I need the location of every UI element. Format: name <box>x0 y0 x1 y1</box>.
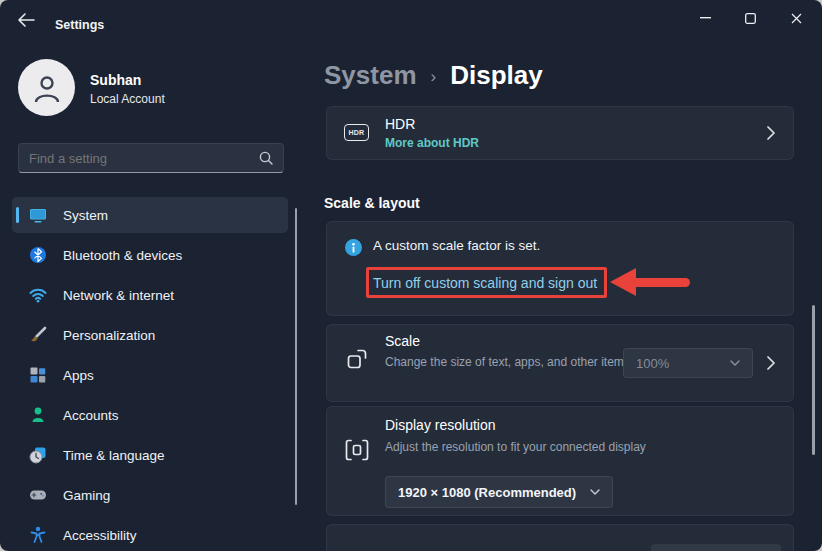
sidebar-item-bluetooth-devices[interactable]: Bluetooth & devices <box>12 237 288 273</box>
gamepad-icon <box>29 486 47 504</box>
minimize-button[interactable] <box>688 8 722 28</box>
hdr-card-title: HDR <box>385 116 415 132</box>
resolution-dropdown-value: 1920 × 1080 (Recommended) <box>398 485 576 500</box>
maximize-button[interactable] <box>733 8 767 28</box>
more-about-hdr-link[interactable]: More about HDR <box>385 136 479 150</box>
hdr-badge-icon: HDR <box>344 124 369 141</box>
sidebar-item-apps[interactable]: Apps <box>12 357 288 393</box>
maximize-icon <box>745 13 756 24</box>
sidebar-item-label: Network & internet <box>63 288 174 303</box>
sidebar-item-time-language[interactable]: Time & language <box>12 437 288 473</box>
sidebar-item-label: Time & language <box>63 448 165 463</box>
search-icon <box>259 151 273 165</box>
close-icon <box>791 13 802 24</box>
user-name: Subhan <box>90 72 141 88</box>
back-arrow-icon <box>17 13 35 27</box>
display-resolution-card: Display resolution Adjust the resolution… <box>326 406 794 516</box>
annotation-arrow <box>610 267 690 297</box>
scale-icon <box>345 347 369 371</box>
chevron-right-icon <box>767 126 775 140</box>
custom-scale-message: A custom scale factor is set. <box>373 238 540 253</box>
minimize-icon <box>700 17 711 19</box>
bluetooth-icon <box>29 246 47 264</box>
breadcrumb-parent[interactable]: System <box>324 60 417 91</box>
hdr-card[interactable]: HDR HDR More about HDR <box>326 106 794 160</box>
scale-card[interactable]: Scale Change the size of text, apps, and… <box>326 324 794 402</box>
monitor-icon <box>29 206 47 224</box>
sidebar-item-accessibility[interactable]: Accessibility <box>12 517 288 551</box>
person-icon <box>29 406 47 424</box>
info-icon <box>345 239 362 256</box>
sidebar-item-personalization[interactable]: Personalization <box>12 317 288 353</box>
chevron-right-icon <box>767 356 775 370</box>
apps-icon <box>29 366 47 384</box>
sidebar-item-label: Accounts <box>63 408 119 423</box>
section-title: Scale & layout <box>324 195 420 211</box>
sidebar-item-system[interactable]: System <box>12 197 288 233</box>
settings-window: Settings Subhan Local Account <box>0 0 822 551</box>
search-box[interactable] <box>18 143 284 173</box>
scale-dropdown[interactable]: 100% <box>623 348 753 378</box>
chevron-down-icon <box>590 489 600 495</box>
selected-indicator <box>16 207 19 223</box>
sidebar-item-label: Apps <box>63 368 94 383</box>
titlebar: Settings <box>0 0 822 36</box>
next-card-partial <box>326 524 794 551</box>
avatar[interactable] <box>18 59 75 116</box>
sidebar-nav: System Bluetooth & devices Network & int… <box>12 197 288 551</box>
accessibility-icon <box>29 526 47 544</box>
custom-scale-card: A custom scale factor is set. Turn off c… <box>326 221 794 316</box>
close-button[interactable] <box>779 8 813 28</box>
sidebar-item-label: Bluetooth & devices <box>63 248 182 263</box>
scale-dropdown-value: 100% <box>636 356 669 371</box>
back-button[interactable] <box>17 13 35 27</box>
main-scrollbar[interactable] <box>812 305 815 455</box>
user-icon <box>30 71 64 105</box>
sidebar-item-label: System <box>63 208 108 223</box>
resolution-card-description: Adjust the resolution to fit your connec… <box>385 438 715 456</box>
turn-off-custom-scaling-link[interactable]: Turn off custom scaling and sign out <box>373 275 597 291</box>
sidebar-item-label: Accessibility <box>63 528 137 543</box>
scale-card-title: Scale <box>385 333 420 349</box>
clock-icon <box>29 446 47 464</box>
sidebar-item-label: Gaming <box>63 488 110 503</box>
resolution-dropdown[interactable]: 1920 × 1080 (Recommended) <box>385 476 613 508</box>
app-title: Settings <box>55 18 104 32</box>
wifi-icon <box>29 286 47 304</box>
sidebar-item-label: Personalization <box>63 328 155 343</box>
user-account-type: Local Account <box>90 92 165 106</box>
brush-icon <box>29 326 47 344</box>
sidebar-scrollbar[interactable] <box>295 208 297 505</box>
resolution-icon <box>345 439 369 461</box>
arrow-tail <box>636 278 690 287</box>
resolution-card-title: Display resolution <box>385 417 496 433</box>
arrow-head <box>610 268 636 296</box>
search-input[interactable] <box>19 151 259 166</box>
breadcrumb: System › Display <box>324 60 543 91</box>
sidebar-item-network-internet[interactable]: Network & internet <box>12 277 288 313</box>
scale-card-description: Change the size of text, apps, and other… <box>385 353 635 371</box>
sidebar-item-gaming[interactable]: Gaming <box>12 477 288 513</box>
sidebar-item-accounts[interactable]: Accounts <box>12 397 288 433</box>
partial-dropdown[interactable] <box>651 544 781 551</box>
page-title: Display <box>450 60 543 91</box>
chevron-down-icon <box>730 360 740 366</box>
breadcrumb-separator-icon: › <box>431 64 437 87</box>
